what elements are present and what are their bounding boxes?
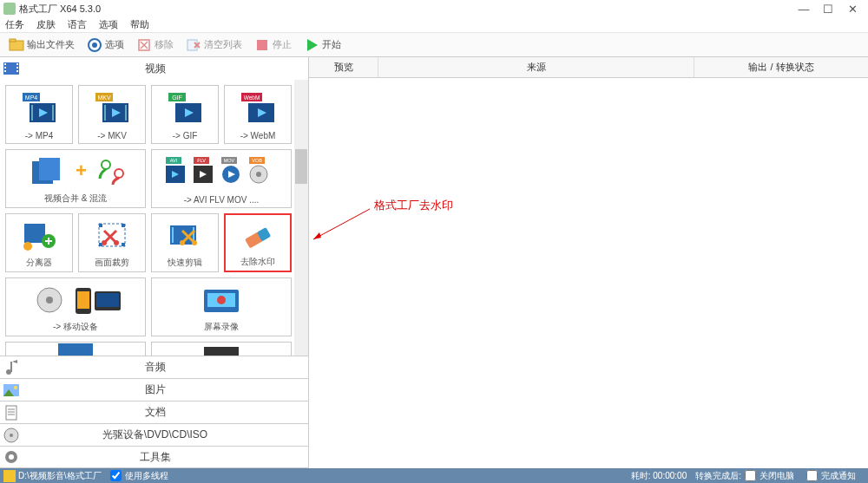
mkv-cell[interactable]: MKV -> MKV <box>78 85 146 144</box>
svg-text:MOV: MOV <box>224 158 235 163</box>
folder-open-icon <box>9 37 24 53</box>
remove-icon <box>136 37 152 53</box>
clear-list-button[interactable]: 清空列表 <box>181 36 247 55</box>
col-source[interactable]: 来源 <box>378 57 694 77</box>
gif-cell[interactable]: GIF -> GIF <box>151 85 219 144</box>
screen-rec-cell[interactable]: 屏幕录像 <box>151 277 292 336</box>
audio-category-icon <box>2 358 21 377</box>
svg-rect-13 <box>4 63 6 65</box>
after-convert-label: 转换完成后: <box>695 470 741 482</box>
remove-button[interactable]: 移除 <box>131 36 179 55</box>
category-audio-header[interactable]: 音频 <box>0 356 308 378</box>
maximize-button[interactable]: ☐ <box>816 3 840 16</box>
svg-rect-23 <box>52 105 54 121</box>
svg-rect-86 <box>96 293 119 307</box>
svg-text:MKV: MKV <box>97 95 111 101</box>
svg-rect-64 <box>99 224 102 227</box>
partial-cell-2[interactable] <box>151 342 292 356</box>
remove-watermark-cell[interactable]: 去除水印 <box>224 213 292 272</box>
crop-cell[interactable]: 画面裁剪 <box>78 213 146 272</box>
svg-point-89 <box>217 296 226 304</box>
svg-rect-0 <box>10 41 23 50</box>
svg-rect-10 <box>257 40 267 50</box>
mobile-icon <box>6 278 145 321</box>
svg-point-43 <box>115 169 123 178</box>
svg-rect-1 <box>10 39 16 42</box>
avi-flv-mov-cell[interactable]: AVI FLV MOV VOB -> AVI FLV MOV .... <box>151 149 292 208</box>
webm-cell[interactable]: WebM -> WebM <box>224 85 292 144</box>
category-video-header[interactable]: 视频 <box>0 57 308 80</box>
options-icon <box>87 37 102 53</box>
merge-mix-cell[interactable]: + 视频合并 & 混流 <box>5 149 146 208</box>
svg-text:GIF: GIF <box>172 95 182 101</box>
svg-point-42 <box>102 160 110 169</box>
annotation-text: 格式工厂去水印 <box>374 198 453 213</box>
mp4-cell[interactable]: MP4 -> MP4 <box>5 85 73 144</box>
minimize-button[interactable]: — <box>792 3 816 16</box>
gif-icon: GIF <box>152 86 218 131</box>
annotation-arrow <box>309 205 378 248</box>
svg-text:AVI: AVI <box>170 158 178 163</box>
svg-rect-91 <box>204 347 239 356</box>
svg-marker-106 <box>313 232 321 239</box>
svg-point-104 <box>9 454 14 460</box>
svg-line-105 <box>313 209 370 239</box>
status-path[interactable]: D:\视频影音\格式工厂 <box>18 470 102 482</box>
menu-help[interactable]: 帮助 <box>130 18 149 31</box>
multithread-checkbox[interactable] <box>110 470 122 481</box>
category-disc-header[interactable]: 光驱设备\DVD\CD\ISO <box>0 423 308 446</box>
category-toolset-header[interactable]: 工具集 <box>0 446 308 468</box>
menu-task[interactable]: 任务 <box>5 18 24 31</box>
splitter-cell[interactable]: 分离器 <box>5 213 73 272</box>
menu-bar: 任务 皮肤 语言 选项 帮助 <box>0 17 868 33</box>
menu-language[interactable]: 语言 <box>68 18 87 31</box>
svg-rect-93 <box>10 362 12 372</box>
category-image-header[interactable]: 图片 <box>0 378 308 401</box>
status-bar: D:\视频影音\格式工厂 使用多线程 耗时: 00:00:00 转换完成后: 关… <box>0 468 868 483</box>
stop-button[interactable]: 停止 <box>249 36 297 55</box>
svg-rect-22 <box>31 105 33 121</box>
column-headers: 预览 来源 输出 / 转换状态 <box>309 57 868 78</box>
start-button[interactable]: 开始 <box>299 36 346 55</box>
svg-point-71 <box>114 240 119 245</box>
output-folder-button[interactable]: 输出文件夹 <box>3 36 80 55</box>
svg-point-59 <box>256 172 261 177</box>
multithread-label: 使用多线程 <box>125 470 168 482</box>
notify-label: 完成通知 <box>821 470 856 482</box>
svg-point-77 <box>180 240 185 245</box>
merge-mix-icon: + <box>6 150 145 193</box>
svg-rect-97 <box>6 406 16 420</box>
image-category-icon <box>2 381 21 400</box>
partial-cell-1[interactable] <box>5 342 146 356</box>
quick-cut-cell[interactable]: 快速剪辑 <box>151 213 219 272</box>
svg-rect-90 <box>58 343 93 356</box>
webm-icon: WebM <box>225 86 291 131</box>
options-button[interactable]: 选项 <box>82 36 129 55</box>
svg-text:WebM: WebM <box>244 95 260 101</box>
menu-skin[interactable]: 皮肤 <box>36 18 56 31</box>
svg-text:MP4: MP4 <box>25 95 38 101</box>
close-button[interactable]: ✕ <box>840 3 865 16</box>
disc-category-icon <box>2 426 21 445</box>
notify-checkbox[interactable] <box>806 470 818 481</box>
shutdown-checkbox[interactable] <box>745 470 756 481</box>
svg-text:FLV: FLV <box>197 158 206 163</box>
col-preview[interactable]: 预览 <box>309 57 378 77</box>
clear-list-icon <box>186 37 201 53</box>
svg-point-62 <box>23 242 32 251</box>
category-document-header[interactable]: 文档 <box>0 401 308 423</box>
menu-options[interactable]: 选项 <box>99 18 118 31</box>
svg-rect-40 <box>39 158 60 180</box>
svg-rect-17 <box>16 67 18 69</box>
svg-rect-84 <box>77 291 89 309</box>
col-output-status[interactable]: 输出 / 转换状态 <box>694 57 868 77</box>
sidebar-scrollbar[interactable] <box>294 80 308 356</box>
mobile-cell[interactable]: -> 移动设备 <box>5 277 146 336</box>
svg-marker-11 <box>307 39 318 51</box>
svg-rect-29 <box>125 105 127 121</box>
svg-text:+: + <box>76 160 87 181</box>
video-grid: MP4 -> MP4 MKV -> MKV GIF -> GIF <box>0 80 308 356</box>
status-folder-icon <box>3 470 16 482</box>
content-area: 预览 来源 输出 / 转换状态 格式工厂去水印 <box>309 57 868 468</box>
app-icon <box>3 3 16 15</box>
